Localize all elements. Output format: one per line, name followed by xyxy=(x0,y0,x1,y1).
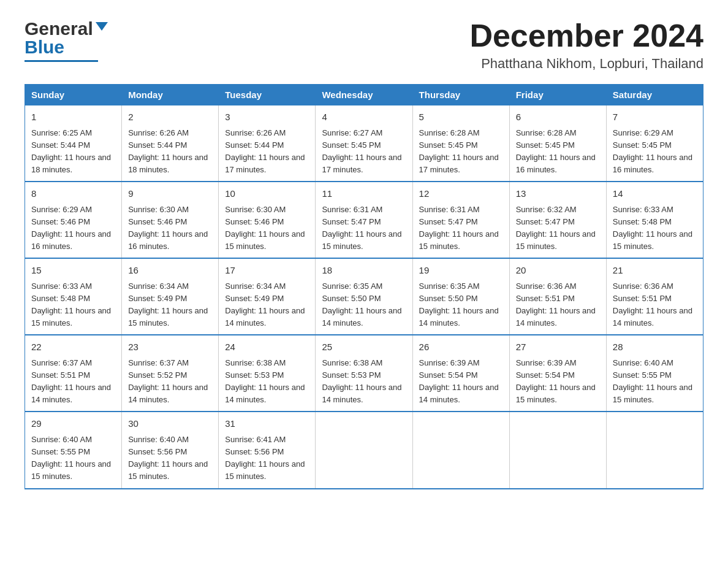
calendar-body: 1 Sunrise: 6:25 AMSunset: 5:44 PMDayligh… xyxy=(25,105,703,489)
week-row-4: 22 Sunrise: 6:37 AMSunset: 5:51 PMDaylig… xyxy=(25,335,703,412)
day-info: Sunrise: 6:31 AMSunset: 5:47 PMDaylight:… xyxy=(419,204,503,253)
calendar-cell xyxy=(606,412,703,488)
calendar-cell: 24 Sunrise: 6:38 AMSunset: 5:53 PMDaylig… xyxy=(219,335,316,412)
day-info: Sunrise: 6:35 AMSunset: 5:50 PMDaylight:… xyxy=(322,280,406,330)
day-number: 10 xyxy=(225,187,309,201)
calendar-cell: 18 Sunrise: 6:35 AMSunset: 5:50 PMDaylig… xyxy=(316,258,412,335)
day-info: Sunrise: 6:25 AMSunset: 5:44 PMDaylight:… xyxy=(31,127,115,177)
calendar-cell: 2 Sunrise: 6:26 AMSunset: 5:44 PMDayligh… xyxy=(122,105,219,182)
calendar-cell: 11 Sunrise: 6:31 AMSunset: 5:47 PMDaylig… xyxy=(316,182,412,258)
day-info: Sunrise: 6:38 AMSunset: 5:53 PMDaylight:… xyxy=(225,357,309,407)
day-info: Sunrise: 6:33 AMSunset: 5:48 PMDaylight:… xyxy=(31,280,115,330)
week-row-2: 8 Sunrise: 6:29 AMSunset: 5:46 PMDayligh… xyxy=(25,182,703,258)
day-number: 4 xyxy=(322,110,406,124)
calendar-cell: 16 Sunrise: 6:34 AMSunset: 5:49 PMDaylig… xyxy=(122,258,219,335)
day-info: Sunrise: 6:34 AMSunset: 5:49 PMDaylight:… xyxy=(128,280,212,330)
logo: General Blue xyxy=(25,18,108,62)
calendar-cell: 6 Sunrise: 6:28 AMSunset: 5:45 PMDayligh… xyxy=(509,105,606,182)
weekday-header-thursday: Thursday xyxy=(412,85,509,105)
day-info: Sunrise: 6:39 AMSunset: 5:54 PMDaylight:… xyxy=(419,357,503,407)
weekday-header-wednesday: Wednesday xyxy=(316,85,412,105)
day-info: Sunrise: 6:32 AMSunset: 5:47 PMDaylight:… xyxy=(516,204,600,253)
day-info: Sunrise: 6:37 AMSunset: 5:51 PMDaylight:… xyxy=(31,357,115,407)
calendar-cell: 15 Sunrise: 6:33 AMSunset: 5:48 PMDaylig… xyxy=(25,258,122,335)
week-row-3: 15 Sunrise: 6:33 AMSunset: 5:48 PMDaylig… xyxy=(25,258,703,335)
day-number: 23 xyxy=(128,340,212,354)
day-number: 29 xyxy=(31,417,115,431)
day-number: 24 xyxy=(225,340,309,354)
day-number: 19 xyxy=(419,264,503,278)
logo-general-text: General xyxy=(25,18,93,39)
day-number: 26 xyxy=(419,340,503,354)
calendar-cell: 19 Sunrise: 6:35 AMSunset: 5:50 PMDaylig… xyxy=(412,258,509,335)
day-info: Sunrise: 6:28 AMSunset: 5:45 PMDaylight:… xyxy=(516,127,600,177)
day-number: 6 xyxy=(516,110,600,124)
week-row-5: 29 Sunrise: 6:40 AMSunset: 5:55 PMDaylig… xyxy=(25,412,703,488)
calendar-cell: 9 Sunrise: 6:30 AMSunset: 5:46 PMDayligh… xyxy=(122,182,219,258)
day-info: Sunrise: 6:29 AMSunset: 5:46 PMDaylight:… xyxy=(31,204,115,253)
day-number: 20 xyxy=(516,264,600,278)
day-info: Sunrise: 6:38 AMSunset: 5:53 PMDaylight:… xyxy=(322,357,406,407)
day-info: Sunrise: 6:30 AMSunset: 5:46 PMDaylight:… xyxy=(128,204,212,253)
calendar-cell: 20 Sunrise: 6:36 AMSunset: 5:51 PMDaylig… xyxy=(509,258,606,335)
day-number: 2 xyxy=(128,110,212,124)
weekday-header-tuesday: Tuesday xyxy=(219,85,316,105)
day-info: Sunrise: 6:41 AMSunset: 5:56 PMDaylight:… xyxy=(225,434,309,483)
calendar-cell xyxy=(412,412,509,488)
day-info: Sunrise: 6:36 AMSunset: 5:51 PMDaylight:… xyxy=(613,280,697,330)
day-info: Sunrise: 6:26 AMSunset: 5:44 PMDaylight:… xyxy=(128,127,212,177)
day-number: 16 xyxy=(128,264,212,278)
day-info: Sunrise: 6:40 AMSunset: 5:55 PMDaylight:… xyxy=(31,434,115,483)
calendar-cell: 23 Sunrise: 6:37 AMSunset: 5:52 PMDaylig… xyxy=(122,335,219,412)
calendar-header: SundayMondayTuesdayWednesdayThursdayFrid… xyxy=(25,85,703,105)
day-info: Sunrise: 6:26 AMSunset: 5:44 PMDaylight:… xyxy=(225,127,309,177)
weekday-header-sunday: Sunday xyxy=(25,85,122,105)
weekday-header-saturday: Saturday xyxy=(606,85,703,105)
day-number: 22 xyxy=(31,340,115,354)
day-number: 9 xyxy=(128,187,212,201)
calendar-cell xyxy=(509,412,606,488)
calendar-cell: 1 Sunrise: 6:25 AMSunset: 5:44 PMDayligh… xyxy=(25,105,122,182)
calendar-cell: 29 Sunrise: 6:40 AMSunset: 5:55 PMDaylig… xyxy=(25,412,122,488)
day-number: 30 xyxy=(128,417,212,431)
calendar-cell: 28 Sunrise: 6:40 AMSunset: 5:55 PMDaylig… xyxy=(606,335,703,412)
title-section: December 2024 Phatthana Nikhom, Lopburi,… xyxy=(469,18,703,72)
day-number: 14 xyxy=(613,187,697,201)
calendar-cell: 4 Sunrise: 6:27 AMSunset: 5:45 PMDayligh… xyxy=(316,105,412,182)
calendar-cell: 31 Sunrise: 6:41 AMSunset: 5:56 PMDaylig… xyxy=(219,412,316,488)
calendar-cell: 14 Sunrise: 6:33 AMSunset: 5:48 PMDaylig… xyxy=(606,182,703,258)
weekday-header-friday: Friday xyxy=(509,85,606,105)
calendar-cell xyxy=(316,412,412,488)
calendar-cell: 17 Sunrise: 6:34 AMSunset: 5:49 PMDaylig… xyxy=(219,258,316,335)
day-info: Sunrise: 6:36 AMSunset: 5:51 PMDaylight:… xyxy=(516,280,600,330)
day-info: Sunrise: 6:30 AMSunset: 5:46 PMDaylight:… xyxy=(225,204,309,253)
location-subtitle: Phatthana Nikhom, Lopburi, Thailand xyxy=(469,56,703,72)
calendar-cell: 12 Sunrise: 6:31 AMSunset: 5:47 PMDaylig… xyxy=(412,182,509,258)
calendar-cell: 22 Sunrise: 6:37 AMSunset: 5:51 PMDaylig… xyxy=(25,335,122,412)
calendar-cell: 5 Sunrise: 6:28 AMSunset: 5:45 PMDayligh… xyxy=(412,105,509,182)
day-info: Sunrise: 6:39 AMSunset: 5:54 PMDaylight:… xyxy=(516,357,600,407)
day-info: Sunrise: 6:27 AMSunset: 5:45 PMDaylight:… xyxy=(322,127,406,177)
week-row-1: 1 Sunrise: 6:25 AMSunset: 5:44 PMDayligh… xyxy=(25,105,703,182)
day-number: 17 xyxy=(225,264,309,278)
calendar-cell: 8 Sunrise: 6:29 AMSunset: 5:46 PMDayligh… xyxy=(25,182,122,258)
day-number: 28 xyxy=(613,340,697,354)
day-number: 25 xyxy=(322,340,406,354)
day-info: Sunrise: 6:34 AMSunset: 5:49 PMDaylight:… xyxy=(225,280,309,330)
day-info: Sunrise: 6:29 AMSunset: 5:45 PMDaylight:… xyxy=(613,127,697,177)
day-number: 27 xyxy=(516,340,600,354)
day-info: Sunrise: 6:28 AMSunset: 5:45 PMDaylight:… xyxy=(419,127,503,177)
day-number: 21 xyxy=(613,264,697,278)
weekday-header-monday: Monday xyxy=(122,85,219,105)
calendar-cell: 21 Sunrise: 6:36 AMSunset: 5:51 PMDaylig… xyxy=(606,258,703,335)
calendar-cell: 10 Sunrise: 6:30 AMSunset: 5:46 PMDaylig… xyxy=(219,182,316,258)
day-number: 18 xyxy=(322,264,406,278)
day-number: 31 xyxy=(225,417,309,431)
logo-blue-text: Blue xyxy=(25,37,64,58)
calendar-cell: 30 Sunrise: 6:40 AMSunset: 5:56 PMDaylig… xyxy=(122,412,219,488)
page-header: General Blue December 2024 Phatthana Nik… xyxy=(25,18,703,72)
day-number: 3 xyxy=(225,110,309,124)
day-number: 12 xyxy=(419,187,503,201)
logo-underline xyxy=(25,60,98,62)
day-number: 5 xyxy=(419,110,503,124)
